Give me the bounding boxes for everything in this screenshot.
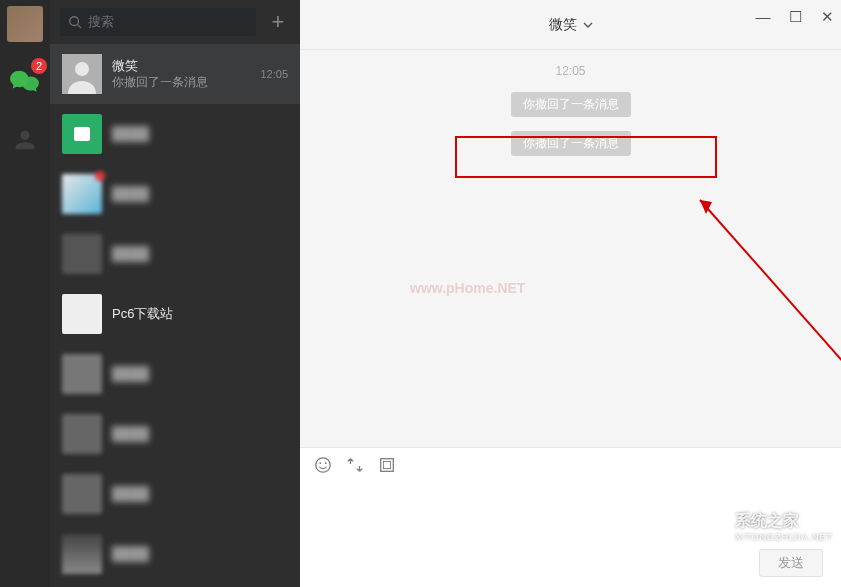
search-input[interactable]: 搜索 [60,8,256,36]
conversation-item[interactable]: ████ [50,524,300,584]
avatar-icon [62,174,102,214]
svg-point-0 [70,17,79,26]
chat-header: 微笑 — ☐ ✕ [300,0,841,50]
conversation-list: 微笑 你撤回了一条消息 12:05 ████ ████ ████ Pc6下载站 [50,44,300,587]
house-icon [691,507,729,545]
system-message: 你撤回了一条消息 [511,131,631,156]
conversation-item[interactable]: Pc6下载站 [50,284,300,344]
conversation-body: 微笑 你撤回了一条消息 [112,58,254,90]
file-button[interactable] [378,456,396,474]
avatar-icon [62,474,102,514]
my-avatar[interactable] [7,6,43,42]
chat-pane: 微笑 — ☐ ✕ 12:05 你撤回了一条消息 你撤回了一条消息 www.pHo… [300,0,841,587]
svg-point-8 [325,462,327,464]
chat-title-text: 微笑 [549,16,577,34]
unread-dot-icon [95,171,105,181]
conversation-title: ████ [112,426,288,443]
send-button[interactable]: 发送 [759,549,823,577]
close-button[interactable]: ✕ [819,8,835,26]
site-url: XITONGZHIJIA.NET [735,532,833,542]
conversation-title: ████ [112,126,288,143]
avatar-icon [62,234,102,274]
search-row: 搜索 + [50,0,300,44]
avatar-icon [62,534,102,574]
search-placeholder: 搜索 [88,13,114,31]
screenshot-button[interactable] [346,456,364,474]
emoji-button[interactable] [314,456,332,474]
annotation-arrow [670,180,841,470]
add-button[interactable]: + [266,10,290,34]
conversation-title: Pc6下载站 [112,306,288,323]
svg-rect-9 [381,459,394,472]
conversation-preview: 你撤回了一条消息 [112,75,254,91]
chevron-down-icon [583,20,593,30]
svg-point-6 [316,458,330,472]
conversation-title: ████ [112,546,288,563]
svg-rect-10 [383,461,390,468]
chat-title[interactable]: 微笑 [549,16,593,34]
contacts-icon [11,126,39,154]
conversation-item[interactable]: ████ [50,164,300,224]
svg-point-3 [75,62,89,76]
avatar-icon [62,114,102,154]
avatar-icon [62,54,102,94]
unread-badge: 2 [31,58,47,74]
search-icon [68,15,82,29]
avatar-icon [62,294,102,334]
site-watermark: 系统之家 XITONGZHIJIA.NET [691,507,833,545]
svg-marker-5 [700,200,712,214]
conversation-title: ████ [112,486,288,503]
site-name: 系统之家 [735,511,833,532]
svg-line-4 [700,200,841,460]
svg-point-7 [319,462,321,464]
send-row: 发送 [300,539,841,587]
conversation-item[interactable]: ████ [50,104,300,164]
avatar-icon [62,354,102,394]
app-root: 2 搜索 + 微笑 你撤回了一条消息 [0,0,841,587]
system-message: 你撤回了一条消息 [511,92,631,117]
message-timestamp: 12:05 [310,64,831,78]
conversation-title: ████ [112,186,288,203]
contacts-tab[interactable] [7,122,43,158]
conversation-item[interactable]: ████ [50,224,300,284]
window-controls: — ☐ ✕ [755,8,835,26]
chats-tab[interactable]: 2 [7,64,43,100]
maximize-button[interactable]: ☐ [787,8,803,26]
conversation-item[interactable]: ████ [50,464,300,524]
conversation-sidebar: 搜索 + 微笑 你撤回了一条消息 12:05 ████ [50,0,300,587]
minimize-button[interactable]: — [755,8,771,26]
chat-messages: 12:05 你撤回了一条消息 你撤回了一条消息 www.pHome.NET [300,50,841,447]
input-toolbar [300,448,841,482]
left-rail: 2 [0,0,50,587]
svg-rect-11 [707,529,713,536]
conversation-title: ████ [112,246,288,263]
conversation-item[interactable]: 微笑 你撤回了一条消息 12:05 [50,44,300,104]
conversation-item[interactable]: ████ [50,404,300,464]
watermark-text: www.pHome.NET [410,280,525,296]
conversation-time: 12:05 [260,68,288,80]
avatar-icon [62,414,102,454]
conversation-title: ████ [112,366,288,383]
conversation-title: 微笑 [112,58,254,75]
conversation-item[interactable]: ████ [50,344,300,404]
svg-line-1 [78,25,82,29]
